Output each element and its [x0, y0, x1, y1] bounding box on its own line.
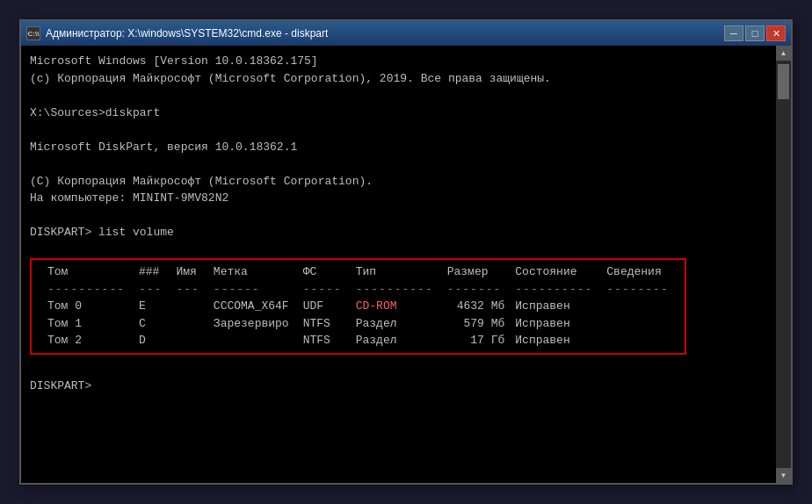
row1-num: C [132, 315, 169, 333]
row0-info [599, 298, 675, 315]
line-blank-2 [30, 121, 767, 139]
line-blank-5 [30, 241, 767, 259]
line-blank-4 [30, 207, 767, 225]
table-row: Том 1 C Зарезервиро NTFS Раздел 579 Мб И… [40, 315, 676, 333]
window-title: Администратор: X:\windows\SYSTEM32\cmd.e… [46, 27, 724, 40]
col-name: Имя [169, 263, 206, 281]
scroll-up-button[interactable]: ▲ [776, 46, 791, 61]
row0-size: 4632 Мб [440, 298, 509, 315]
line-5: (C) Корпорация Майкрософт (Microsoft Cor… [30, 173, 767, 191]
title-bar: C:\\ Администратор: X:\windows\SYSTEM32\… [21, 21, 791, 46]
row1-name [169, 315, 206, 333]
col-fs: ФС [296, 263, 349, 281]
line-2: (с) Корпорация Майкрософт (Microsoft Cor… [30, 70, 767, 88]
row1-fs: NTFS [296, 315, 349, 333]
volume-table-container: Том ### Имя Метка ФС Тип Размер Состояни… [30, 258, 686, 355]
row1-type: Раздел [349, 315, 440, 333]
sep-9: -------- [599, 281, 675, 299]
col-type: Тип [349, 263, 440, 281]
row0-type: CD-ROM [349, 298, 440, 315]
cmd-window: C:\\ Администратор: X:\windows\SYSTEM32\… [19, 19, 793, 485]
table-row: Том 0 E CCCOMA_X64F UDF CD-ROM 4632 Мб И… [40, 298, 676, 315]
window-icon: C:\\ [26, 26, 40, 40]
row2-size: 17 Гб [440, 332, 509, 349]
sep-4: ------ [207, 281, 296, 299]
sep-1: ---------- [40, 281, 132, 299]
col-label: Метка [207, 263, 296, 281]
line-6: На компьютере: MININT-9MV82N2 [30, 190, 767, 207]
line-4: Microsoft DiskPart, версия 10.0.18362.1 [30, 139, 767, 156]
sep-7: ------- [440, 281, 509, 299]
prompt-after: DISKPART> [30, 378, 767, 395]
row2-status: Исправен [508, 332, 599, 349]
row2-num: D [132, 332, 169, 349]
row1-size: 579 Мб [440, 315, 509, 333]
maximize-button[interactable]: □ [745, 25, 765, 41]
row0-status: Исправен [508, 298, 599, 315]
line-3: X:\Sources>diskpart [30, 104, 767, 122]
scroll-down-button[interactable]: ▼ [776, 468, 791, 483]
row2-info [599, 332, 675, 349]
minimize-button[interactable]: ─ [724, 25, 743, 41]
sep-6: ---------- [349, 281, 440, 299]
line-blank-1 [30, 87, 767, 104]
col-size: Размер [440, 263, 509, 281]
scrollbar[interactable]: ▲ ▼ [776, 46, 791, 483]
row2-name [169, 332, 206, 349]
line-blank-3 [30, 155, 767, 173]
row0-label: CCCOMA_X64F [207, 298, 296, 315]
sep-2: --- [132, 281, 169, 299]
scroll-track[interactable] [776, 61, 791, 468]
row1-tom: Том 1 [40, 315, 132, 333]
volume-table: Том ### Имя Метка ФС Тип Размер Состояни… [40, 263, 676, 349]
diskpart-command: DISKPART> list volume [30, 224, 767, 241]
row2-tom: Том 2 [40, 332, 132, 349]
row2-label [207, 332, 296, 349]
col-status: Состояние [508, 263, 599, 281]
sep-5: ----- [296, 281, 349, 299]
row2-fs: NTFS [296, 332, 349, 349]
line-1: Microsoft Windows [Version 10.0.18362.17… [30, 53, 767, 70]
col-num: ### [132, 263, 169, 281]
table-separator-row: ---------- --- --- ------ ----- --------… [40, 281, 676, 299]
row1-label: Зарезервиро [207, 315, 296, 333]
line-blank-6 [30, 360, 767, 378]
close-button[interactable]: ✕ [766, 25, 786, 41]
row0-fs: UDF [296, 298, 349, 315]
sep-3: --- [169, 281, 206, 299]
content-area: Microsoft Windows [Version 10.0.18362.17… [21, 46, 791, 483]
col-info: Сведения [599, 263, 675, 281]
table-header-row: Том ### Имя Метка ФС Тип Размер Состояни… [40, 263, 676, 281]
terminal-output[interactable]: Microsoft Windows [Version 10.0.18362.17… [21, 46, 776, 483]
row1-status: Исправен [508, 315, 599, 333]
row0-name [169, 298, 206, 315]
row0-num: E [132, 298, 169, 315]
sep-8: ---------- [508, 281, 599, 299]
table-row: Том 2 D NTFS Раздел 17 Гб Исправен [40, 332, 676, 349]
window-controls: ─ □ ✕ [724, 25, 786, 41]
col-tom: Том [40, 263, 132, 281]
scroll-thumb[interactable] [778, 64, 789, 99]
row2-type: Раздел [349, 332, 440, 349]
row1-info [599, 315, 675, 333]
row0-tom: Том 0 [40, 298, 132, 315]
